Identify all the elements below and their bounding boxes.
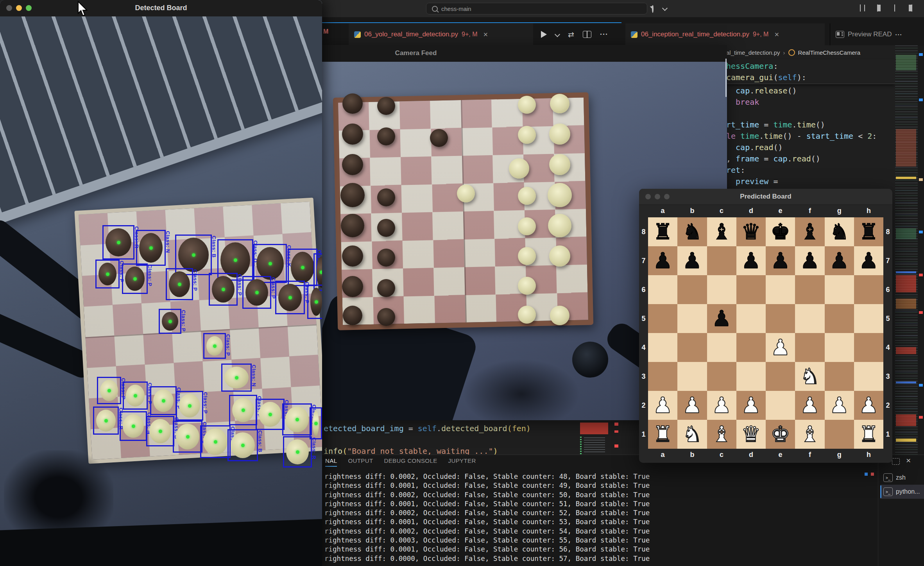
chess-piece-bP: ♟ (653, 250, 673, 272)
camera-piece (549, 154, 570, 175)
chess-piece-bR: ♜ (653, 221, 673, 243)
camera-piece (377, 97, 395, 115)
panel-tab-debug-console[interactable]: DEBUG CONSOLE (384, 457, 437, 467)
panel-tab-nal[interactable]: NAL (325, 457, 337, 467)
board-square (707, 246, 736, 275)
terminal-session[interactable]: >_python... (880, 485, 924, 499)
breadcrumb-file[interactable]: al_time_detection.py (726, 49, 780, 56)
tab-inception-detection[interactable]: 06_inception_real_time_detection.py 9+, … (625, 23, 825, 45)
sticky-scroll: hessCamera:camera_gui(self): (726, 59, 895, 84)
decoration-dot-red (871, 473, 874, 476)
close-panel-icon[interactable]: × (906, 456, 911, 465)
camera-piece (549, 124, 570, 145)
code-line: cap.read() (726, 142, 895, 153)
tab-preview-readme[interactable]: Preview READ ··· (830, 23, 924, 45)
panel-tab-jupyter[interactable]: JUPYTER (448, 457, 476, 467)
detection-center-dot (188, 404, 192, 408)
board-square (648, 275, 677, 304)
detection-box: Class: P (275, 281, 305, 314)
toggle-panel-icon[interactable] (894, 4, 895, 12)
terminal-output[interactable]: rightness diff: 0.0002, Occluded: False,… (324, 472, 715, 563)
close-icon[interactable]: × (774, 30, 779, 39)
predicted-board-window[interactable]: Predicted Board abcdefgh 87654321 ♜♞♝♛♚♝… (639, 189, 892, 463)
detection-label: Class: P (225, 334, 231, 356)
terminal-line: rightness diff: 0.0000, Occluded: False,… (324, 554, 715, 563)
terminal-line: rightness diff: 0.0001, Occluded: False,… (324, 518, 715, 527)
panel-tab-output[interactable]: OUTPUT (348, 457, 373, 467)
toggle-sidebar-icon[interactable] (877, 4, 878, 12)
tab-modified-badge: 9+, M (462, 31, 477, 38)
detection-center-dot (134, 394, 137, 398)
minimap-block (896, 129, 916, 167)
minimap[interactable] (895, 45, 918, 455)
board-square (795, 333, 824, 362)
python-icon (354, 31, 361, 38)
file-label: h (854, 204, 883, 217)
detection-box: Class: P (310, 407, 322, 439)
more-actions-icon[interactable]: ··· (600, 30, 608, 39)
code-token: camera_gui (726, 73, 773, 82)
hidden-tab-fragment[interactable]: M (323, 28, 328, 35)
overview-ruler[interactable] (918, 45, 924, 455)
split-editor-icon[interactable] (583, 31, 591, 38)
code-token: etected_board_img (324, 424, 404, 433)
chess-piece-bN: ♞ (682, 221, 702, 243)
board-square (736, 275, 766, 304)
ruler-mark (614, 430, 618, 433)
camera-piece (343, 306, 362, 325)
maximize-panel-icon[interactable] (892, 458, 900, 465)
file-label: e (766, 204, 795, 217)
code-token: . (759, 131, 764, 141)
code-line: camera_gui(self): (726, 72, 895, 83)
camera-window-titlebar[interactable]: Camera Feed (322, 45, 727, 62)
board-square (648, 333, 677, 362)
tab-yolo-detection[interactable]: 06_yolo_real_time_detection.py 9+, M × (349, 23, 533, 45)
more-actions-icon[interactable]: ··· (895, 31, 902, 38)
board-square (795, 275, 824, 304)
breadcrumb-symbol[interactable]: RealTimeChessCamera (798, 49, 861, 56)
ruler-mark (614, 423, 618, 426)
board-square: ♟ (677, 246, 707, 275)
terminal-session[interactable]: >_zsh (880, 471, 924, 485)
toggle-secondary-sidebar-icon[interactable] (911, 4, 912, 12)
detection-box: Class: K (200, 425, 231, 458)
file-label: a (648, 449, 677, 460)
detection-box: Class: P (166, 268, 193, 300)
detection-label: Class: P (236, 274, 243, 296)
detection-box: Class: Q (173, 421, 202, 453)
board-square: ♞ (825, 217, 854, 246)
detected-board-window[interactable]: Class: RClass: NClass: BClass: QClass: K… (0, 0, 322, 566)
file-label: c (707, 449, 736, 460)
code-editor[interactable]: cap.release() breakrt_time = time.time()… (726, 85, 895, 189)
board-square: ♚ (766, 217, 795, 246)
layout-sync-icon[interactable] (652, 5, 654, 13)
customize-layout-icon[interactable] (860, 4, 861, 12)
board-square (736, 304, 766, 333)
detection-box: Class: P (122, 263, 148, 294)
detection-box: Class: P (282, 403, 312, 435)
open-changes-icon[interactable]: ⇄ (568, 30, 574, 39)
board-square: ♟ (854, 391, 883, 420)
chess-piece-bP: ♟ (771, 250, 790, 272)
code-line (324, 434, 531, 446)
code-token: self (778, 73, 797, 82)
detected-window-titlebar[interactable]: Detected Board (0, 0, 322, 16)
file-label: a (648, 204, 677, 217)
detection-box: Class: N (221, 364, 252, 392)
breadcrumb[interactable]: al_time_detection.py › RealTimeChessCame… (726, 47, 860, 58)
board-square (825, 304, 854, 333)
code-line: info("Board not stable, waiting ...") (324, 446, 531, 455)
detection-box: Class: P (242, 276, 271, 309)
minimap-block (896, 275, 916, 292)
close-icon[interactable]: × (483, 30, 488, 39)
command-center-search[interactable]: chess-main (426, 3, 647, 14)
run-dropdown-icon[interactable] (555, 32, 560, 37)
board-square (854, 304, 883, 333)
run-python-icon[interactable] (541, 31, 547, 38)
terminal-line: rightness diff: 0.0002, Occluded: False,… (324, 491, 715, 500)
predicted-window-titlebar[interactable]: Predicted Board (639, 189, 892, 205)
board-square (707, 275, 736, 304)
chevron-down-icon[interactable] (662, 5, 668, 11)
editor-strip[interactable]: etected_board_img = self.detected_board(… (322, 420, 621, 455)
board-square (854, 275, 883, 304)
